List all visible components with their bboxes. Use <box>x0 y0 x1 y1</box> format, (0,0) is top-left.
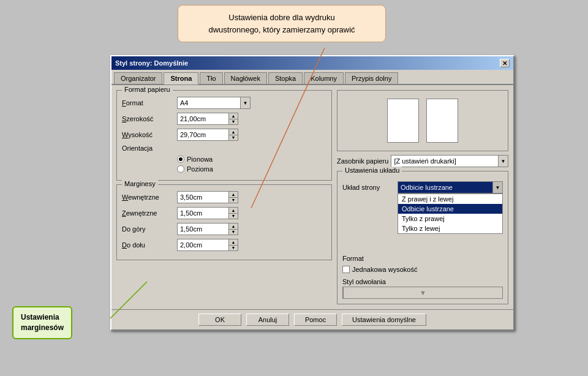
dialog-title: Styl strony: Domyślnie <box>115 59 188 67</box>
ok-button[interactable]: OK <box>198 314 241 326</box>
paper-format-title: Format papieru <box>122 86 173 93</box>
height-spinner[interactable]: 29,70cm ▲ ▼ <box>177 129 238 141</box>
portrait-label: Pionowa <box>187 156 213 163</box>
callout-line1: Ustawienia <box>21 313 59 321</box>
outer-spinner[interactable]: 1,50cm ▲ ▼ <box>177 207 238 219</box>
bottom-margin-row: Do dołu 2,00cm ▲ ▼ <box>122 239 326 251</box>
tab-organizator[interactable]: Organizator <box>114 72 162 84</box>
page-layout-row: Układ strony Odbicie lustrzane ▼ Z prawe… <box>342 181 503 194</box>
page-preview <box>337 90 508 151</box>
width-up-button[interactable]: ▲ <box>229 113 238 119</box>
inner-value: 3,50cm <box>178 194 228 201</box>
tab-bar: Organizator Strona Tło Nagłówek Stopka K… <box>111 70 513 85</box>
outer-value: 1,50cm <box>178 209 228 217</box>
layout-dropdown-list: Z prawej i z lewej Odbicie lustrzane Tyl… <box>398 194 503 234</box>
margins-title: Marginesy <box>122 180 158 187</box>
tab-naglowek[interactable]: Nagłówek <box>224 72 267 84</box>
title-bar: Styl strony: Domyślnie ✕ <box>111 56 513 70</box>
paper-source-label: Zasobnik papieru <box>337 157 388 165</box>
top-up-button[interactable]: ▲ <box>229 224 238 230</box>
top-margin-row: Do góry 1,50cm ▲ ▼ <box>122 223 326 235</box>
layout-dropdown-arrow[interactable]: ▼ <box>492 182 502 193</box>
paper-source-arrow[interactable]: ▼ <box>498 156 508 167</box>
landscape-label: Pozioma <box>187 165 213 173</box>
style-ref-label: Styl odwołania <box>342 278 386 285</box>
page-thumb-right-wrapper <box>426 99 458 143</box>
tab-stopka[interactable]: Stopka <box>268 72 303 84</box>
landscape-radio[interactable] <box>177 165 184 173</box>
portrait-radio[interactable] <box>177 156 184 163</box>
page-thumb-right <box>426 99 458 143</box>
format-dropdown-arrow[interactable]: ▼ <box>240 97 250 108</box>
format-layout-label: Format <box>342 255 398 262</box>
width-value: 21,00cm <box>178 115 228 122</box>
paper-source-row: Zasobnik papieru [Z ustawień drukarki] ▼ <box>337 155 508 167</box>
format-label: Format <box>122 99 177 107</box>
top-spinner[interactable]: 1,50cm ▲ ▼ <box>177 223 238 235</box>
inner-up-button[interactable]: ▲ <box>229 192 238 198</box>
bottom-label: Do dołu <box>122 241 177 249</box>
orientation-label: Orientacja <box>122 145 177 152</box>
format-value: A4 <box>178 99 240 107</box>
inner-spinner-btns: ▲ ▼ <box>228 192 238 203</box>
outer-down-button[interactable]: ▼ <box>229 214 238 219</box>
margin-callout: Ustawienia marginesów <box>12 306 72 339</box>
height-spinner-btns: ▲ ▼ <box>228 129 238 140</box>
option-right-only[interactable]: Tylko z prawej <box>398 214 502 224</box>
layout-group-title: Ustawienia układu <box>342 167 402 174</box>
layout-value: Odbicie lustrzane <box>398 184 492 191</box>
checkbox-label: Jednakowa wysokość <box>352 266 417 273</box>
left-panel: Format papieru Format A4 ▼ Szerokość 21,… <box>116 90 332 304</box>
option-right-left[interactable]: Z prawej i z lewej <box>398 194 502 204</box>
option-left-only[interactable]: Tylko z lewej <box>398 224 502 233</box>
layout-group: Ustawienia układu Układ strony Odbicie l… <box>337 171 508 304</box>
equal-height-checkbox[interactable] <box>342 266 350 273</box>
page-thumb-left <box>387 99 419 143</box>
inner-label: Wewnętrzne <box>122 194 177 201</box>
format-row: Format A4 ▼ <box>122 97 326 109</box>
format-layout-row: Format <box>342 255 503 262</box>
bottom-value: 2,00cm <box>178 241 228 249</box>
tab-strona[interactable]: Strona <box>164 72 198 85</box>
height-down-button[interactable]: ▼ <box>229 135 238 141</box>
bottom-spinner[interactable]: 2,00cm ▲ ▼ <box>177 239 238 251</box>
tab-tlo[interactable]: Tło <box>200 72 222 84</box>
layout-dropdown[interactable]: Odbicie lustrzane ▼ <box>398 181 503 194</box>
close-button[interactable]: ✕ <box>500 59 510 67</box>
inner-spinner[interactable]: 3,50cm ▲ ▼ <box>177 191 238 203</box>
width-row: Szerokość 21,00cm ▲ ▼ <box>122 113 326 125</box>
outer-spinner-btns: ▲ ▼ <box>228 208 238 219</box>
orientation-row: Orientacja <box>122 145 326 152</box>
bottom-up-button[interactable]: ▲ <box>229 239 238 246</box>
width-label: Szerokość <box>122 115 177 122</box>
format-dropdown[interactable]: A4 ▼ <box>177 97 251 109</box>
outer-up-button[interactable]: ▲ <box>229 208 238 214</box>
cancel-button[interactable]: Anuluj <box>246 314 289 326</box>
outer-margin-row: Zewnętrzne 1,50cm ▲ ▼ <box>122 207 326 219</box>
style-ref-arrow[interactable]: ▼ <box>343 287 502 298</box>
help-button[interactable]: Pomoc <box>294 314 337 326</box>
landscape-radio-row: Pozioma <box>177 165 326 173</box>
top-spinner-btns: ▲ ▼ <box>228 224 238 235</box>
page-thumb-right-shadow <box>428 100 459 144</box>
inner-down-button[interactable]: ▼ <box>229 198 238 203</box>
width-spinner-btns: ▲ ▼ <box>228 113 238 124</box>
height-up-button[interactable]: ▲ <box>229 129 238 135</box>
width-down-button[interactable]: ▼ <box>229 119 238 125</box>
bottom-spinner-btns: ▲ ▼ <box>228 239 238 250</box>
inner-margin-row: Wewnętrzne 3,50cm ▲ ▼ <box>122 191 326 203</box>
defaults-button[interactable]: Ustawienia domyślne <box>342 314 426 326</box>
style-ref-input[interactable]: ▼ <box>342 287 503 299</box>
outer-label: Zewnętrzne <box>122 209 177 217</box>
paper-format-group: Format papieru Format A4 ▼ Szerokość 21,… <box>116 90 332 181</box>
margins-group: Marginesy Wewnętrzne 3,50cm ▲ ▼ Zewnętrz… <box>116 184 332 260</box>
option-mirror[interactable]: Odbicie lustrzane <box>398 204 502 214</box>
paper-source-dropdown[interactable]: [Z ustawień drukarki] ▼ <box>391 155 508 167</box>
top-down-button[interactable]: ▼ <box>229 230 238 235</box>
top-value: 1,50cm <box>178 225 228 233</box>
tab-kolumny[interactable]: Kolumny <box>304 72 344 84</box>
bottom-down-button[interactable]: ▼ <box>229 246 238 251</box>
tab-przypis[interactable]: Przypis dolny <box>345 72 398 84</box>
width-spinner[interactable]: 21,00cm ▲ ▼ <box>177 113 238 125</box>
callout-line2: marginesów <box>21 323 64 332</box>
